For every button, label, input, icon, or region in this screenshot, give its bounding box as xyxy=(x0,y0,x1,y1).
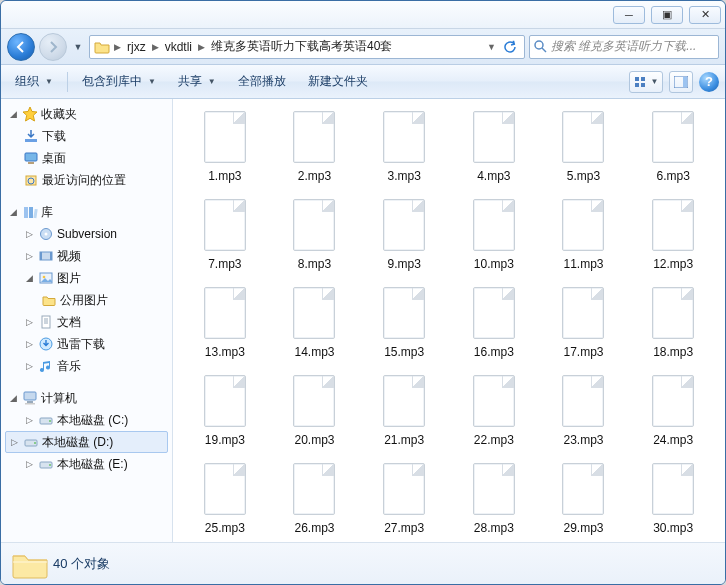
collapse-icon[interactable]: ◢ xyxy=(7,207,19,217)
file-item[interactable]: 3.mp3 xyxy=(362,111,446,189)
file-icon xyxy=(293,463,335,515)
music-icon xyxy=(38,358,54,374)
titlebar[interactable]: ─ ▣ ✕ xyxy=(1,1,725,29)
file-item[interactable]: 5.mp3 xyxy=(542,111,626,189)
history-dropdown[interactable]: ▼ xyxy=(71,33,85,61)
file-item[interactable]: 8.mp3 xyxy=(273,199,357,277)
file-item[interactable]: 13.mp3 xyxy=(183,287,267,365)
file-item[interactable]: 15.mp3 xyxy=(362,287,446,365)
expand-icon[interactable]: ▷ xyxy=(23,361,35,371)
breadcrumb-segment[interactable]: 维克多英语听力下载高考英语40套 xyxy=(209,38,394,55)
file-item[interactable]: 30.mp3 xyxy=(631,463,715,541)
desktop-icon xyxy=(23,150,39,166)
file-label: 24.mp3 xyxy=(653,433,693,447)
drive-icon xyxy=(38,412,54,428)
recent-icon xyxy=(23,172,39,188)
tree-public-pictures[interactable]: 公用图片 xyxy=(1,289,172,311)
file-item[interactable]: 26.mp3 xyxy=(273,463,357,541)
share-button[interactable]: 共享▼ xyxy=(170,70,224,93)
help-button[interactable]: ? xyxy=(699,72,719,92)
tree-subversion[interactable]: ▷ Subversion xyxy=(1,223,172,245)
arrow-right-icon xyxy=(47,41,59,53)
refresh-button[interactable] xyxy=(500,40,520,54)
file-item[interactable]: 18.mp3 xyxy=(631,287,715,365)
organize-button[interactable]: 组织▼ xyxy=(7,70,61,93)
expand-icon[interactable]: ▷ xyxy=(23,251,35,261)
maximize-button[interactable]: ▣ xyxy=(651,6,683,24)
collapse-icon[interactable]: ◢ xyxy=(23,273,35,283)
file-item[interactable]: 10.mp3 xyxy=(452,199,536,277)
breadcrumb-segment[interactable]: vkdtli xyxy=(163,40,194,54)
tree-computer[interactable]: ◢ 计算机 xyxy=(1,387,172,409)
collapse-icon[interactable]: ◢ xyxy=(7,109,19,119)
videos-icon xyxy=(38,248,54,264)
search-input[interactable]: 搜索 维克多英语听力下载... xyxy=(529,35,719,59)
svg-rect-4 xyxy=(641,83,645,87)
file-item[interactable]: 11.mp3 xyxy=(542,199,626,277)
tree-libraries[interactable]: ◢ 库 xyxy=(1,201,172,223)
file-item[interactable]: 6.mp3 xyxy=(631,111,715,189)
minimize-button[interactable]: ─ xyxy=(613,6,645,24)
tree-xunlei[interactable]: ▷ 迅雷下载 xyxy=(1,333,172,355)
file-item[interactable]: 7.mp3 xyxy=(183,199,267,277)
file-item[interactable]: 21.mp3 xyxy=(362,375,446,453)
file-list[interactable]: 1.mp32.mp33.mp34.mp35.mp36.mp37.mp38.mp3… xyxy=(173,99,725,542)
close-button[interactable]: ✕ xyxy=(689,6,721,24)
file-item[interactable]: 9.mp3 xyxy=(362,199,446,277)
back-button[interactable] xyxy=(7,33,35,61)
view-options-button[interactable]: ▼ xyxy=(629,71,663,93)
file-item[interactable]: 28.mp3 xyxy=(452,463,536,541)
expand-icon[interactable]: ▷ xyxy=(23,459,35,469)
file-item[interactable]: 12.mp3 xyxy=(631,199,715,277)
file-label: 22.mp3 xyxy=(474,433,514,447)
file-item[interactable]: 23.mp3 xyxy=(542,375,626,453)
forward-button[interactable] xyxy=(39,33,67,61)
tree-desktop[interactable]: 桌面 xyxy=(1,147,172,169)
svg-rect-25 xyxy=(27,401,33,403)
file-item[interactable]: 16.mp3 xyxy=(452,287,536,365)
expand-icon[interactable]: ▷ xyxy=(23,229,35,239)
drive-icon xyxy=(38,456,54,472)
tree-drive-e[interactable]: ▷ 本地磁盘 (E:) xyxy=(1,453,172,475)
file-item[interactable]: 4.mp3 xyxy=(452,111,536,189)
file-item[interactable]: 2.mp3 xyxy=(273,111,357,189)
tree-videos[interactable]: ▷ 视频 xyxy=(1,245,172,267)
address-bar[interactable]: ▶ rjxz ▶ vkdtli ▶ 维克多英语听力下载高考英语40套 ▼ xyxy=(89,35,525,59)
file-icon xyxy=(473,463,515,515)
new-folder-button[interactable]: 新建文件夹 xyxy=(300,70,376,93)
tree-recent[interactable]: 最近访问的位置 xyxy=(1,169,172,191)
documents-icon xyxy=(38,314,54,330)
file-item[interactable]: 29.mp3 xyxy=(542,463,626,541)
file-item[interactable]: 27.mp3 xyxy=(362,463,446,541)
tree-downloads[interactable]: 下载 xyxy=(1,125,172,147)
file-item[interactable]: 1.mp3 xyxy=(183,111,267,189)
tree-music[interactable]: ▷ 音乐 xyxy=(1,355,172,377)
file-item[interactable]: 14.mp3 xyxy=(273,287,357,365)
tree-drive-d[interactable]: ▷ 本地磁盘 (D:) xyxy=(5,431,168,453)
tree-documents[interactable]: ▷ 文档 xyxy=(1,311,172,333)
file-item[interactable]: 22.mp3 xyxy=(452,375,536,453)
file-label: 28.mp3 xyxy=(474,521,514,535)
expand-icon[interactable]: ▷ xyxy=(8,437,20,447)
address-dropdown[interactable]: ▼ xyxy=(485,42,498,52)
tree-favorites[interactable]: ◢ 收藏夹 xyxy=(1,103,172,125)
expand-icon[interactable]: ▷ xyxy=(23,339,35,349)
include-in-library-button[interactable]: 包含到库中▼ xyxy=(74,70,164,93)
breadcrumb-segment[interactable]: rjxz xyxy=(125,40,148,54)
file-item[interactable]: 19.mp3 xyxy=(183,375,267,453)
file-icon xyxy=(204,463,246,515)
tree-drive-c[interactable]: ▷ 本地磁盘 (C:) xyxy=(1,409,172,431)
file-item[interactable]: 24.mp3 xyxy=(631,375,715,453)
navigation-pane[interactable]: ◢ 收藏夹 下载 桌面 最近访问的位置 ◢ 库 xyxy=(1,99,173,542)
file-item[interactable]: 17.mp3 xyxy=(542,287,626,365)
play-all-button[interactable]: 全部播放 xyxy=(230,70,294,93)
tree-pictures[interactable]: ◢ 图片 xyxy=(1,267,172,289)
file-item[interactable]: 20.mp3 xyxy=(273,375,357,453)
expand-icon[interactable]: ▷ xyxy=(23,317,35,327)
svg-rect-3 xyxy=(635,83,639,87)
preview-pane-button[interactable] xyxy=(669,71,693,93)
folder-icon xyxy=(94,39,110,55)
collapse-icon[interactable]: ◢ xyxy=(7,393,19,403)
expand-icon[interactable]: ▷ xyxy=(23,415,35,425)
file-item[interactable]: 25.mp3 xyxy=(183,463,267,541)
